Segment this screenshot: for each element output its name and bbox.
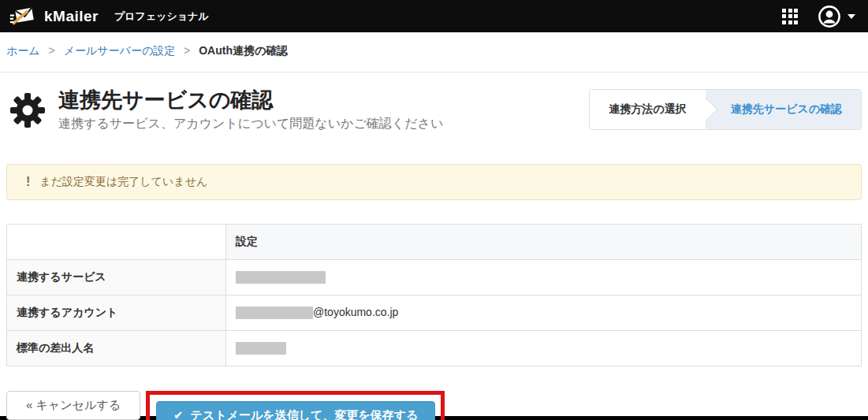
step-label: 連携先サービスの確認 (731, 102, 842, 117)
app-header: kMailer プロフェッショナル (0, 0, 868, 32)
check-icon: ✔ (173, 408, 184, 420)
user-avatar-icon[interactable] (818, 6, 840, 28)
settings-column-header: 設定 (226, 224, 862, 259)
gear-icon (8, 91, 47, 130)
breadcrumb-current: OAuth連携の確認 (199, 44, 288, 57)
table-corner-cell (7, 224, 226, 259)
kmailer-logo-icon (9, 3, 36, 30)
table-row: 連携するサービス (7, 259, 862, 295)
breadcrumb-separator: > (184, 44, 190, 57)
back-chevrons-icon: « (26, 398, 32, 411)
row-label-sender-name: 標準の差出人名 (7, 330, 226, 366)
table-row: 連携するアカウント @toyokumo.co.jp (7, 295, 862, 330)
warning-alert: ! まだ設定変更は完了していません (6, 164, 862, 200)
table-row: 標準の差出人名 (7, 330, 862, 366)
step-method-select[interactable]: 連携方法の選択 (590, 90, 705, 129)
plan-label: プロフェッショナル (114, 9, 209, 24)
wizard-steps: 連携方法の選択 連携先サービスの確認 (589, 89, 862, 130)
account-domain: @toyokumo.co.jp (313, 306, 398, 318)
cancel-button[interactable]: « キャンセルする (6, 391, 140, 420)
breadcrumb-mailserver-link[interactable]: メールサーバーの設定 (64, 44, 176, 57)
row-value-service (226, 259, 862, 295)
redacted-value (236, 342, 286, 355)
step-service-confirm[interactable]: 連携先サービスの確認 (706, 90, 861, 129)
page-subtitle: 連携するサービス、アカウントについて問題ないかご確認ください (58, 116, 443, 132)
breadcrumb-home-link[interactable]: ホーム (6, 44, 40, 57)
exclamation-icon: ! (26, 175, 30, 189)
step-label: 連携方法の選択 (609, 102, 686, 117)
page: kMailer プロフェッショナル ホーム > メールサーバーの設定 > OAu… (0, 0, 868, 420)
footer-actions: « キャンセルする ✔テストメールを送信して、変更を保存する (6, 391, 862, 420)
brand-name: kMailer (44, 8, 99, 25)
cancel-label: キャンセルする (36, 398, 121, 411)
breadcrumb-separator: > (49, 44, 55, 57)
redacted-value (236, 307, 313, 319)
row-value-account: @toyokumo.co.jp (226, 295, 862, 330)
row-label-account: 連携するアカウント (7, 295, 226, 330)
account-menu-caret-icon[interactable] (848, 14, 855, 19)
title-row: 連携先サービスの確認 連携するサービス、アカウントについて問題ないかご確認くださ… (6, 89, 862, 132)
table-header-row: 設定 (7, 224, 862, 259)
row-label-service: 連携するサービス (7, 259, 226, 295)
breadcrumb: ホーム > メールサーバーの設定 > OAuth連携の確認 (0, 32, 868, 72)
apps-grid-icon[interactable] (782, 9, 798, 24)
settings-table: 設定 連携するサービス 連携するアカウント @toyokumo.co.jp 標準… (6, 224, 862, 366)
submit-label: テストメールを送信して、変更を保存する (191, 408, 419, 420)
send-test-save-button[interactable]: ✔テストメールを送信して、変更を保存する (156, 401, 435, 420)
redacted-value (236, 271, 326, 284)
warning-message: まだ設定変更は完了していません (39, 175, 207, 189)
page-title: 連携先サービスの確認 (58, 89, 443, 113)
annotation-highlight: ✔テストメールを送信して、変更を保存する (146, 391, 445, 420)
row-value-sender-name (226, 330, 862, 366)
